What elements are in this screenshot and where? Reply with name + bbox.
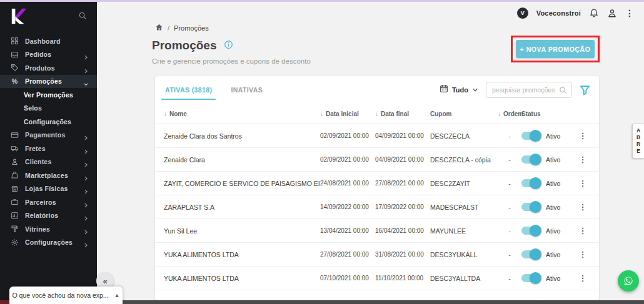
- avatar[interactable]: V: [517, 7, 528, 19]
- page-title: Promoções: [152, 39, 216, 52]
- column-header-data-final[interactable]: ↓Data final: [375, 110, 430, 117]
- promo-order: -: [498, 275, 521, 282]
- status-toggle[interactable]: [521, 250, 540, 258]
- more-options-icon[interactable]: ⋮: [625, 9, 634, 17]
- home-icon[interactable]: [155, 23, 163, 32]
- promo-order: -: [498, 156, 521, 164]
- row-menu-button[interactable]: ⋮: [575, 131, 590, 140]
- chevron-right-icon: [83, 159, 89, 165]
- breadcrumb-current[interactable]: Promoções: [174, 24, 209, 32]
- chevron-right-icon: [83, 172, 89, 178]
- tab-inativas[interactable]: INATIVAS: [229, 76, 264, 104]
- sidebar-item-parceiros[interactable]: Parceiros: [0, 195, 97, 209]
- promo-end-date: 04/09/2021 00:00: [375, 132, 430, 139]
- status-toggle[interactable]: [521, 132, 540, 140]
- sidebar-item-marketplaces[interactable]: Marketplaces: [0, 169, 97, 182]
- status-toggle[interactable]: [521, 203, 540, 211]
- sidebar-item-pagamentos[interactable]: Pagamentos: [0, 129, 97, 142]
- brand-logo-icon[interactable]: [10, 7, 28, 25]
- promo-order: -: [498, 227, 521, 235]
- promo-end-date: 16/04/2021 00:00: [375, 227, 430, 234]
- sidebar-item-label: Configurações: [25, 238, 73, 246]
- row-menu-button[interactable]: ⋮: [575, 202, 590, 212]
- promo-coupon: DESCZECLA - cópia: [430, 156, 498, 164]
- promo-name: Yun Sil Lee: [164, 227, 320, 235]
- svg-text:%: %: [12, 77, 18, 85]
- sidebar-item-promocoes[interactable]: % Promoções: [0, 75, 97, 89]
- date-filter-dropdown[interactable]: Tudo: [440, 84, 478, 96]
- sidebar-item-label: Promoções: [25, 77, 62, 85]
- promo-coupon: DESC2ZAYIT: [430, 180, 498, 187]
- promo-name: ZARAPLAST S.A: [164, 203, 320, 211]
- status-toggle[interactable]: [521, 274, 540, 282]
- chevron-down-icon: [472, 84, 478, 96]
- sidebar-item-clientes[interactable]: Clientes: [0, 155, 97, 169]
- status-toggle[interactable]: [521, 227, 540, 235]
- dashboard-icon: [11, 37, 19, 45]
- filter-funnel-icon[interactable]: [580, 85, 590, 96]
- tab-ativas[interactable]: ATIVAS (3818): [164, 76, 213, 104]
- abre-label: ABRE: [636, 127, 641, 155]
- column-header-data-inicial[interactable]: ↓Data inicial: [320, 110, 375, 117]
- app-window: Dashboard Pedidos Produtos % Promoções V…: [0, 0, 644, 304]
- status-label: Ativo: [546, 156, 560, 164]
- column-header-cupom[interactable]: Cupom: [430, 110, 498, 117]
- table-row: YUKA ALIMENTOS LTDA 07/10/2021 00:00 11/…: [155, 267, 599, 290]
- status-toggle[interactable]: [521, 179, 540, 187]
- promo-end-date: 11/10/2021 00:00: [375, 275, 430, 282]
- sort-icon: ↓: [498, 110, 501, 117]
- sidebar-item-pedidos[interactable]: Pedidos: [0, 48, 97, 62]
- chevron-right-icon: [83, 186, 89, 192]
- status-cell: Ativo: [521, 274, 575, 282]
- search-box: [486, 82, 572, 98]
- sidebar-item-label: Marketplaces: [25, 172, 68, 179]
- info-icon[interactable]: [224, 40, 233, 52]
- status-label: Ativo: [546, 132, 560, 140]
- whatsapp-button[interactable]: [618, 270, 639, 292]
- sidebar-subitem-selos[interactable]: Selos: [0, 102, 97, 115]
- sort-icon: ↓: [320, 110, 323, 117]
- side-panel-open-tab[interactable]: ABRE: [632, 124, 644, 159]
- sidebar-item-configuracoes[interactable]: Configurações: [0, 236, 97, 250]
- status-label: Ativo: [546, 275, 560, 282]
- row-menu-button[interactable]: ⋮: [575, 179, 590, 188]
- sidebar: Dashboard Pedidos Produtos % Promoções V…: [0, 2, 97, 300]
- sidebar-subitem-configuracoes[interactable]: Configurações: [0, 115, 97, 129]
- new-promotion-button[interactable]: + NOVA PROMOÇÃO: [516, 40, 595, 58]
- shopping-bag-icon: [11, 171, 19, 179]
- sidebar-subitem-ver-promocoes[interactable]: Ver Promoções: [0, 88, 97, 102]
- bar-chart-icon: [11, 212, 19, 220]
- sidebar-item-lojas-fisicas[interactable]: Lojas Físicas: [0, 182, 97, 196]
- feedback-widget[interactable]: O que você achou da nova exp... ▲: [9, 287, 123, 304]
- column-header-nome[interactable]: ↓Nome: [164, 110, 320, 117]
- status-label: Ativo: [546, 227, 560, 235]
- notifications-bell-icon[interactable]: [589, 8, 599, 18]
- sidebar-item-produtos[interactable]: Produtos: [0, 61, 97, 75]
- sort-icon: ↓: [375, 110, 378, 117]
- status-label: Ativo: [546, 180, 560, 187]
- sidebar-search-icon[interactable]: [78, 11, 87, 20]
- sidebar-item-dashboard[interactable]: Dashboard: [0, 34, 97, 48]
- sidebar-item-vitrines[interactable]: Vitrines: [0, 222, 97, 236]
- table-row: Yun Sil Lee 13/04/2021 00:00 16/04/2021 …: [155, 219, 599, 243]
- row-menu-button[interactable]: ⋮: [575, 226, 590, 235]
- table-row: ZAYIT, COMERCIO E SERVICO DE PAISAGISMO …: [155, 172, 599, 195]
- status-cell: Ativo: [521, 203, 575, 211]
- status-toggle[interactable]: [521, 155, 540, 164]
- promo-order: -: [498, 203, 521, 211]
- sidebar-item-label: Vitrines: [25, 225, 50, 233]
- sidebar-item-fretes[interactable]: Fretes: [0, 142, 97, 155]
- chevron-right-icon: [83, 132, 89, 138]
- row-menu-button[interactable]: ⋮: [575, 250, 590, 259]
- promo-order: -: [498, 251, 521, 258]
- row-menu-button[interactable]: ⋮: [575, 273, 590, 283]
- sidebar-item-label: Ver Promoções: [24, 91, 73, 99]
- column-header-status[interactable]: Status: [521, 110, 575, 117]
- orders-icon: [11, 51, 19, 59]
- account-person-icon[interactable]: [607, 8, 617, 18]
- account-name: Voceconstroi: [536, 9, 581, 17]
- chevron-right-icon: [83, 65, 89, 71]
- row-menu-button[interactable]: ⋮: [575, 155, 590, 164]
- column-header-ordem[interactable]: ↓Ordem: [498, 110, 521, 117]
- sidebar-item-relatorios[interactable]: Relatórios: [0, 209, 97, 223]
